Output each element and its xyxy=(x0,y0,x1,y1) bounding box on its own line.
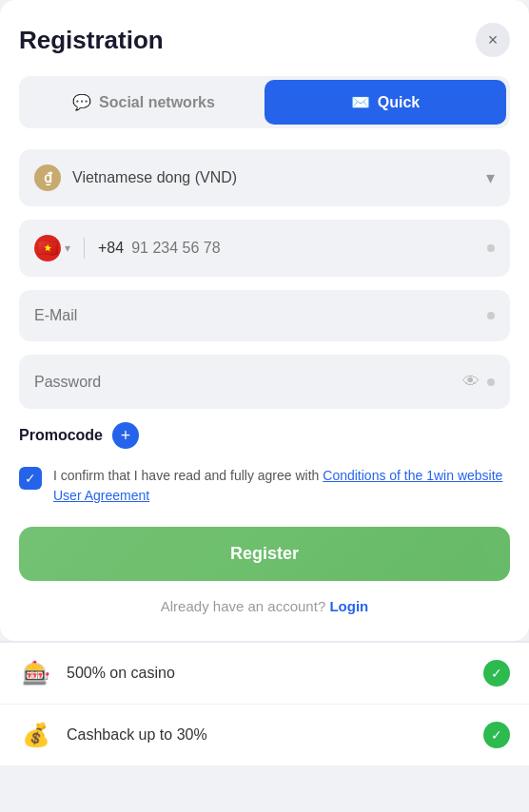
required-dot-email xyxy=(487,312,495,319)
flag-icon: 🇻🇳 xyxy=(34,235,61,261)
tab-quick-label: Quick xyxy=(378,94,420,111)
promo-item-casino: 🎰 500% on casino ✓ xyxy=(0,643,529,705)
phone-field: 🇻🇳 ▾ +84 xyxy=(19,220,510,277)
check-mark-icon: ✓ xyxy=(491,666,502,681)
email-field-wrapper xyxy=(19,290,510,341)
country-selector[interactable]: 🇻🇳 ▾ xyxy=(34,235,70,261)
promocode-label: Promocode xyxy=(19,427,103,444)
currency-group: ₫ Vietnamese dong (VND) ▾ xyxy=(19,149,510,206)
promo-item-cashback: 💰 Cashback up to 30% ✓ xyxy=(0,705,529,766)
agreement-row: ✓ I confirm that I have read and fully a… xyxy=(19,466,510,506)
cashback-icon: 💰 xyxy=(19,722,53,748)
tab-social[interactable]: 💬 Social networks xyxy=(23,80,264,125)
email-input[interactable] xyxy=(34,307,480,324)
modal-header: Registration × xyxy=(19,23,510,57)
add-promocode-button[interactable]: + xyxy=(112,422,139,449)
agreement-checkbox[interactable]: ✓ xyxy=(19,467,42,490)
already-account-text: Already have an account? xyxy=(161,598,325,614)
casino-icon: 🎰 xyxy=(19,660,53,686)
chevron-down-icon: ▾ xyxy=(486,167,495,188)
currency-label: Vietnamese dong (VND) xyxy=(72,169,475,186)
currency-icon: ₫ xyxy=(34,164,61,191)
check-mark-icon-2: ✓ xyxy=(491,727,502,743)
phone-divider xyxy=(84,238,85,259)
verified-badge-casino: ✓ xyxy=(483,660,510,686)
eye-icon[interactable]: 👁 xyxy=(462,372,480,392)
phone-code: +84 xyxy=(98,240,124,257)
check-icon: ✓ xyxy=(25,471,36,486)
tab-container: 💬 Social networks ✉️ Quick xyxy=(19,76,510,128)
promo-cashback-text: Cashback up to 30% xyxy=(67,726,470,744)
email-group xyxy=(19,290,510,341)
promo-casino-text: 500% on casino xyxy=(67,665,470,682)
modal-title: Registration xyxy=(19,26,164,55)
registration-modal: Registration × 💬 Social networks ✉️ Quic… xyxy=(0,0,529,641)
login-row: Already have an account? Login xyxy=(19,598,510,614)
password-field-wrapper: 👁 xyxy=(19,355,510,409)
required-dot-password xyxy=(487,378,495,386)
promocode-row: Promocode + xyxy=(19,422,510,449)
tab-quick[interactable]: ✉️ Quick xyxy=(264,80,506,125)
currency-select[interactable]: ₫ Vietnamese dong (VND) ▾ xyxy=(19,149,510,206)
agreement-text: I confirm that I have read and fully agr… xyxy=(53,466,510,506)
bottom-promos-bar: 🎰 500% on casino ✓ 💰 Cashback up to 30% … xyxy=(0,641,529,766)
phone-group: 🇻🇳 ▾ +84 xyxy=(19,220,510,277)
flag-chevron-icon: ▾ xyxy=(65,242,70,255)
required-dot xyxy=(487,244,495,252)
register-button[interactable]: Register xyxy=(19,527,510,581)
login-link[interactable]: Login xyxy=(329,598,368,614)
password-group: 👁 xyxy=(19,355,510,409)
social-icon: 💬 xyxy=(72,93,91,111)
password-input[interactable] xyxy=(34,374,455,391)
email-tab-icon: ✉️ xyxy=(351,93,370,111)
close-button[interactable]: × xyxy=(476,23,510,57)
plus-icon: + xyxy=(121,427,131,444)
tab-social-label: Social networks xyxy=(99,94,215,111)
verified-badge-cashback: ✓ xyxy=(483,722,510,748)
phone-input[interactable] xyxy=(131,240,480,257)
